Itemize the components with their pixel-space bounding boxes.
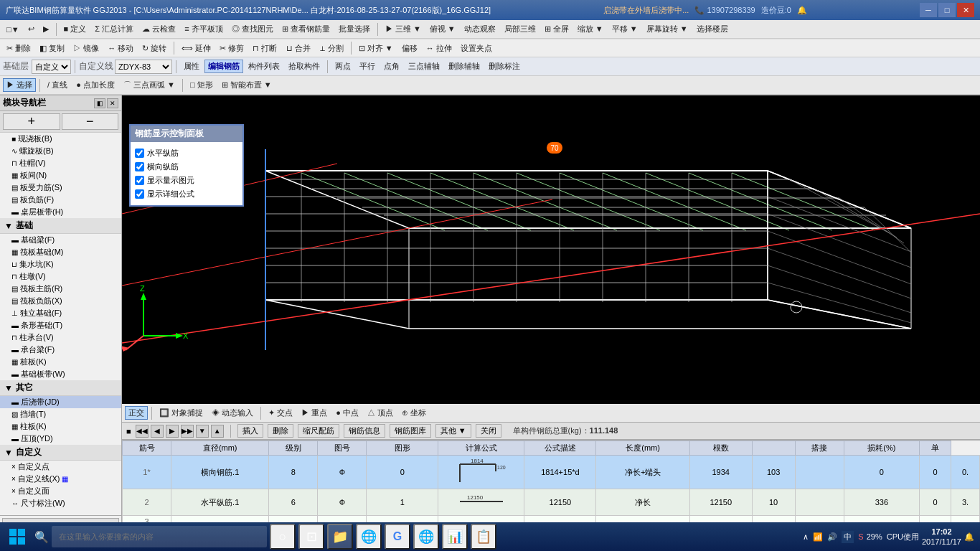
three-point-aux-btn[interactable]: 三点辅轴	[405, 60, 443, 73]
taskbar-web-btn[interactable]: 🌐	[413, 524, 439, 550]
local-3d-btn[interactable]: 局部三维	[501, 22, 540, 36]
sidebar-add-btn[interactable]: +	[3, 113, 60, 130]
layer-select[interactable]: 自定义	[32, 60, 71, 74]
rebar-checkbox-2[interactable]	[135, 162, 144, 171]
copy-btn[interactable]: ◧ 复制	[36, 42, 68, 55]
tray-network-icon[interactable]: 📶	[813, 532, 823, 542]
table-row[interactable]: 2 水平纵筋.1 6 Ф 1 12150 12150	[123, 489, 980, 516]
batch-select-btn[interactable]: 批量选择	[335, 22, 374, 36]
undo-btn[interactable]: ↩	[24, 23, 38, 35]
define-btn[interactable]: ■ 定义	[60, 22, 90, 36]
taskbar-doc-btn[interactable]: 📋	[471, 524, 496, 550]
dongtai-input-btn[interactable]: ◈ 动态输入	[208, 406, 257, 420]
redo-btn[interactable]: ▶	[39, 23, 52, 35]
select-floor-btn[interactable]: 选择楼层	[693, 22, 732, 36]
delete-btn[interactable]: ✂ 删除	[3, 42, 34, 55]
taskbar-taskview-btn[interactable]: ⊡	[298, 524, 324, 550]
offset-btn[interactable]: 偏移	[398, 42, 421, 55]
rebar-option-1[interactable]: 水平纵筋	[135, 146, 238, 160]
sidebar-item-luoxuanb[interactable]: ∿ 螺旋板(B)	[0, 145, 121, 157]
find-elem-btn[interactable]: ◎ 查找图元	[228, 22, 277, 36]
sidebar-section-zidingyi[interactable]: ▼ 自定义	[0, 445, 121, 461]
align-btn[interactable]: ⊡ 对齐 ▼	[355, 42, 397, 55]
sidebar-item-jichu-bandai[interactable]: ▬ 基础板带(W)	[0, 368, 121, 380]
parallel-btn[interactable]: 平行	[356, 60, 379, 73]
tray-notification-btn[interactable]: 🔔	[964, 532, 974, 542]
del-aux-btn[interactable]: 删除辅轴	[445, 60, 484, 73]
edit-rebar-btn[interactable]: 编辑钢筋	[204, 60, 243, 73]
scale-match-btn[interactable]: 缩尺配筋	[298, 424, 339, 438]
rebar-checkbox-3[interactable]	[135, 176, 144, 185]
sidebar-item-ccbz[interactable]: ↔ 尺寸标注(W)	[0, 497, 121, 509]
merge-btn[interactable]: ⊔ 合并	[283, 42, 314, 55]
tray-arrow[interactable]: ∧	[803, 532, 809, 542]
calc-btn[interactable]: Σ 汇总计算	[91, 22, 137, 36]
zoom-btn[interactable]: 缩放 ▼	[574, 22, 607, 36]
component-list-btn[interactable]: 构件列表	[245, 60, 283, 73]
two-point-btn[interactable]: 两点	[331, 60, 354, 73]
minimize-button[interactable]: ─	[920, 3, 937, 17]
taskbar-explorer-btn[interactable]: 📁	[327, 524, 353, 550]
pan-btn[interactable]: 平移 ▼	[608, 22, 641, 36]
sidebar-close-btn[interactable]: ✕	[107, 98, 118, 108]
taskbar-cortana-btn[interactable]: ○	[270, 524, 296, 550]
screen-rotate-btn[interactable]: 屏幕旋转 ▼	[643, 22, 692, 36]
maximize-button[interactable]: □	[938, 3, 956, 17]
close-button[interactable]: ✕	[957, 3, 974, 17]
table-row[interactable]: 1* 横向钢筋.1 8 Ф 0 1814 120	[123, 456, 980, 489]
rebar-library-btn[interactable]: 钢筋图库	[390, 424, 431, 438]
align-top-btn[interactable]: ≡ 齐平板顶	[181, 22, 226, 36]
sidebar-item-chengtailiang[interactable]: ▬ 承台梁(F)	[0, 344, 121, 356]
jiaochu-btn[interactable]: ✦ 交点	[265, 406, 296, 420]
sidebar-item-banshoulijin[interactable]: ▤ 板受力筋(S)	[0, 182, 121, 194]
extend-btn[interactable]: ⟺ 延伸	[178, 42, 215, 55]
split-btn[interactable]: ⊥ 分割	[316, 42, 347, 55]
move-btn[interactable]: ↔ 移动	[104, 42, 137, 55]
sidebar-minus-btn[interactable]: −	[62, 113, 119, 130]
smart-layout-btn[interactable]: ⊞ 智能布置 ▼	[218, 78, 275, 92]
del-annotation-btn[interactable]: 删除标注	[485, 60, 524, 73]
zuobiao-btn[interactable]: ⊕ 坐标	[398, 406, 430, 420]
sidebar-item-tiaoxing-jichu[interactable]: ▬ 条形基础(T)	[0, 319, 121, 331]
3d-viewport[interactable]: X Z Y 70 钢筋显示控制面板	[122, 95, 980, 404]
rotate-btn[interactable]: ↻ 旋转	[138, 42, 170, 55]
start-button[interactable]	[3, 524, 32, 550]
zhongdian2-btn[interactable]: ● 中点	[332, 406, 362, 420]
rebar-option-2[interactable]: 横向纵筋	[135, 160, 238, 174]
sidebar-float-btn[interactable]: ◧	[94, 98, 105, 108]
sidebar-item-zhudun[interactable]: ⊓ 柱墩(V)	[0, 270, 121, 283]
tray-volume-icon[interactable]: 🔊	[827, 532, 837, 542]
nav-next-btn[interactable]: ▶	[166, 425, 179, 438]
file-btn[interactable]: □▼	[3, 24, 23, 35]
break-btn[interactable]: ⊓ 打断	[249, 42, 281, 55]
taskbar-chart-btn[interactable]: 📊	[442, 524, 468, 550]
nav-last-btn[interactable]: ▶▶	[181, 425, 194, 438]
sidebar-item-houjiaodai[interactable]: ▬ 后浇带(JD)	[0, 396, 121, 408]
sidebar-item-faban[interactable]: ▦ 筏板基础(M)	[0, 246, 121, 258]
cloud-check-btn[interactable]: ☁ 云检查	[138, 22, 179, 36]
sidebar-item-zhuma[interactable]: ⊓ 柱帽(V)	[0, 157, 121, 169]
sidebar-item-zdydian[interactable]: × 自定义点	[0, 461, 121, 473]
rebar-checkbox-4[interactable]	[135, 189, 144, 199]
angle-btn[interactable]: 点角	[380, 60, 403, 73]
3d-btn[interactable]: ▶ 三维 ▼	[382, 22, 425, 36]
property-btn[interactable]: 属性	[180, 60, 203, 73]
delete-rebar-btn[interactable]: 删除	[268, 424, 293, 438]
sidebar-item-zhuchengta[interactable]: ⊓ 柱承台(V)	[0, 331, 121, 344]
sidebar-item-zhucengbandai[interactable]: ▬ 桌层板带(H)	[0, 206, 121, 218]
pick-component-btn[interactable]: 拾取构件	[285, 60, 324, 73]
sidebar-section-jichu[interactable]: ▼ 基础	[0, 218, 121, 234]
nav-down-btn[interactable]: ▼	[196, 425, 209, 438]
sidebar-item-jichuliang[interactable]: ▬ 基础梁(F)	[0, 234, 121, 246]
sidebar-section-qita[interactable]: ▼ 其它	[0, 380, 121, 396]
dynamic-view-btn[interactable]: 动态观察	[461, 22, 499, 36]
select-mode-btn[interactable]: ▶ 选择	[3, 78, 36, 92]
insert-rebar-btn[interactable]: 插入	[237, 424, 263, 438]
sidebar-item-zdyxian[interactable]: × 自定义线(X) ▦	[0, 473, 121, 485]
sidebar-item-duli-jichu[interactable]: ⊥ 独立基础(F)	[0, 307, 121, 319]
sidebar-item-yading[interactable]: ▬ 压顶(YD)	[0, 433, 121, 445]
tray-antivirus[interactable]: S	[858, 532, 863, 541]
clock-area[interactable]: 17:02 2017/11/17	[922, 527, 961, 547]
sidebar-item-dangqiang[interactable]: ▧ 挡墙(T)	[0, 408, 121, 420]
taskbar-search-input[interactable]	[52, 526, 267, 547]
